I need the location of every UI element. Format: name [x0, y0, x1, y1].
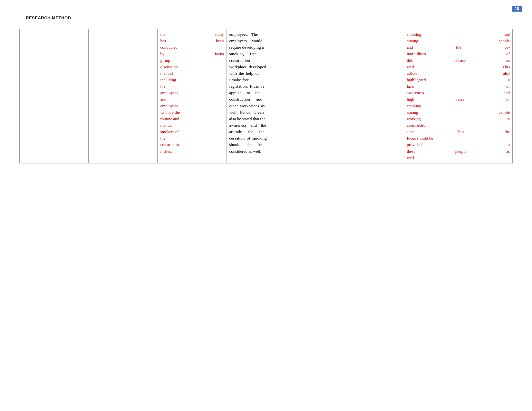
page-number: 10: [512, 6, 522, 12]
red-right-column: smokingrate amongpeople andtheco- morbid…: [404, 29, 513, 163]
red-left-column: thestudy hasbeen conducted byfocus group…: [158, 29, 227, 163]
black-mid-column: employees. The employers would require d…: [227, 29, 404, 163]
main-table-area: thestudy hasbeen conducted byfocus group…: [19, 29, 513, 163]
table-row: thestudy hasbeen conducted byfocus group…: [20, 29, 513, 163]
content-table: thestudy hasbeen conducted byfocus group…: [19, 29, 513, 163]
empty-cell-4: [123, 29, 158, 163]
research-method-heading: RESEARCH METHOD: [26, 15, 71, 20]
empty-cell-2: [54, 29, 89, 163]
empty-cell-1: [20, 29, 54, 163]
empty-cell-3: [89, 29, 123, 163]
